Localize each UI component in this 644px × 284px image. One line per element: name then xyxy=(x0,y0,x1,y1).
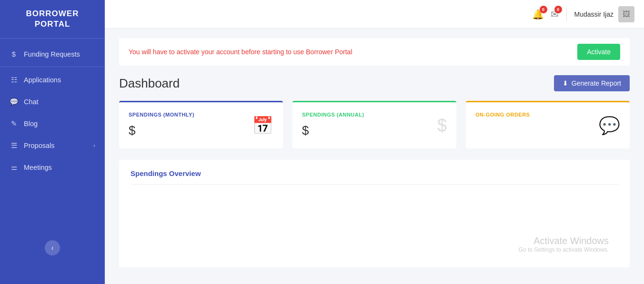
card-annual: SPENDINGS (ANNUAL) $ $ xyxy=(292,101,456,148)
content-area: You will have to activate your account b… xyxy=(105,29,644,284)
watermark-subtitle: Go to Settings to activate Windows. xyxy=(519,246,609,253)
card-ongoing: ON-GOING ORDERS 💬 xyxy=(466,101,630,148)
edit-icon: ✎ xyxy=(10,119,18,128)
page-header: Dashboard ⬇ Generate Report xyxy=(119,75,630,91)
sidebar: BORROWER PORTAL $ Funding Requests ☷ App… xyxy=(0,0,105,284)
sidebar-item-blog[interactable]: ✎ Blog xyxy=(0,113,105,135)
chevron-right-icon: › xyxy=(93,142,95,149)
activate-button[interactable]: Activate xyxy=(577,44,620,60)
username-label: Mudassir Ijaz xyxy=(574,10,614,18)
main-area: 🔔 0 ✉ 0 Mudassir Ijaz 🖼 You will have to… xyxy=(105,0,644,284)
notification-badge: 0 xyxy=(540,6,547,13)
header: 🔔 0 ✉ 0 Mudassir Ijaz 🖼 xyxy=(105,0,644,29)
avatar: 🖼 xyxy=(618,6,634,22)
sidebar-item-proposals[interactable]: ☰ Proposals › xyxy=(0,135,105,157)
generate-report-button[interactable]: ⬇ Generate Report xyxy=(554,75,630,91)
header-icons: 🔔 0 ✉ 0 xyxy=(532,9,559,20)
watermark-title: Activate Windows xyxy=(519,235,609,246)
calendar-card-icon: 📅 xyxy=(252,116,273,136)
message-button[interactable]: ✉ 0 xyxy=(551,9,559,20)
message-badge: 0 xyxy=(554,6,562,13)
logo-line2: PORTAL xyxy=(35,20,70,29)
sidebar-label-proposals: Proposals xyxy=(24,142,93,149)
avatar-image-icon: 🖼 xyxy=(623,10,630,19)
alert-message: You will have to activate your account b… xyxy=(129,48,352,56)
overview-panel: Spendings Overview Activate Windows Go t… xyxy=(119,160,630,267)
sidebar-divider-1 xyxy=(0,67,105,67)
sidebar-label-chat: Chat xyxy=(24,98,95,106)
page-title: Dashboard xyxy=(119,76,180,91)
overview-chart: Activate Windows Go to Settings to activ… xyxy=(131,191,618,258)
doc-icon: ☷ xyxy=(10,76,18,84)
card-annual-value: $ xyxy=(302,123,447,138)
chevron-left-icon: ‹ xyxy=(51,244,54,252)
download-icon: ⬇ xyxy=(563,79,568,87)
calendar-icon: ⚌ xyxy=(10,163,18,172)
sidebar-label-funding: Funding Requests xyxy=(24,50,95,58)
notification-button[interactable]: 🔔 0 xyxy=(532,9,544,20)
sidebar-label-blog: Blog xyxy=(24,120,95,127)
dollar-icon: $ xyxy=(10,50,18,58)
generate-report-label: Generate Report xyxy=(572,79,621,87)
cards-row: SPENDINGS (MONTHLY) $ 📅 SPENDINGS (ANNUA… xyxy=(119,101,630,148)
alert-bar: You will have to activate your account b… xyxy=(119,38,630,66)
card-annual-label: SPENDINGS (ANNUAL) xyxy=(302,112,447,118)
sidebar-item-applications[interactable]: ☷ Applications xyxy=(0,69,105,91)
sidebar-collapse-button[interactable]: ‹ xyxy=(45,240,60,255)
sidebar-item-meetings[interactable]: ⚌ Meetings xyxy=(0,157,105,178)
chat-icon: 💬 xyxy=(10,98,18,106)
sidebar-item-chat[interactable]: 💬 Chat xyxy=(0,91,105,113)
logo-line1: BORROWER xyxy=(26,9,79,18)
watermark: Activate Windows Go to Settings to activ… xyxy=(519,235,609,253)
dollar-card-icon: $ xyxy=(437,116,447,136)
sidebar-item-funding-requests[interactable]: $ Funding Requests xyxy=(0,43,105,65)
list-icon: ☰ xyxy=(10,141,18,150)
sidebar-label-meetings: Meetings xyxy=(24,164,95,171)
card-monthly: SPENDINGS (MONTHLY) $ 📅 xyxy=(119,101,283,148)
chat-card-icon: 💬 xyxy=(599,116,620,136)
overview-title: Spendings Overview xyxy=(131,169,618,185)
sidebar-nav: $ Funding Requests ☷ Applications 💬 Chat… xyxy=(0,43,105,178)
header-divider xyxy=(566,7,567,21)
user-menu[interactable]: Mudassir Ijaz 🖼 xyxy=(574,6,634,22)
sidebar-label-applications: Applications xyxy=(24,76,95,84)
sidebar-logo: BORROWER PORTAL xyxy=(0,0,105,39)
